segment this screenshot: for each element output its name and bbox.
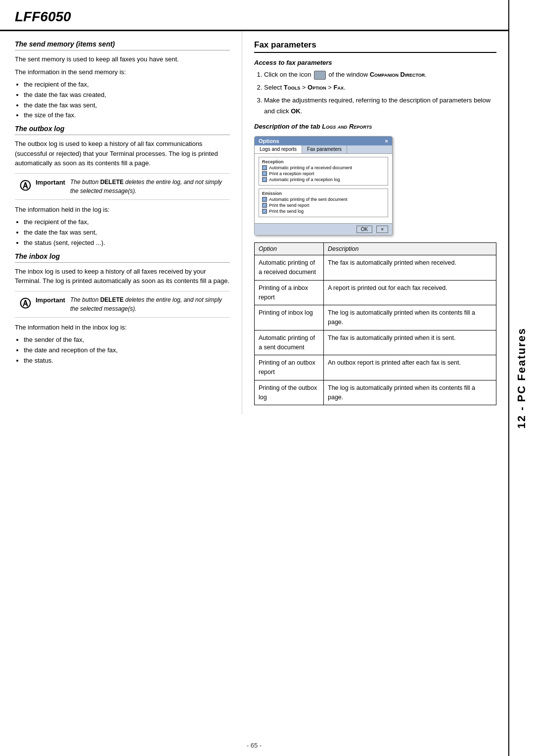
option-cell: Automatic printing of a sent document bbox=[255, 330, 324, 355]
right-column: Fax parameters Access to fax parameters … bbox=[242, 31, 508, 414]
steps-list: Click on the icon of the window Companio… bbox=[254, 69, 496, 117]
left-column: The send memory (items sent) The sent me… bbox=[0, 31, 242, 414]
col-option-header: Option bbox=[255, 243, 324, 255]
table-row: Printing of the outbox log The log is au… bbox=[255, 380, 496, 405]
description-cell: The log is automatically printed when it… bbox=[324, 305, 496, 331]
screenshot-tabs: Logs and reports Fax parameters bbox=[255, 145, 392, 154]
screenshot-close-btn[interactable]: × bbox=[385, 138, 388, 144]
list-item: the sender of the fax, bbox=[24, 335, 230, 345]
main-content: The send memory (items sent) The sent me… bbox=[0, 31, 508, 414]
option-cell: Printing of an outbox report bbox=[255, 355, 324, 380]
emission-item-2: Print the send report bbox=[269, 203, 310, 208]
reception-row-1: Automatic printing of a received documen… bbox=[262, 165, 385, 170]
important-icon: Ⓐ bbox=[20, 179, 31, 193]
emission-item-1: Automatic printing of the sent document bbox=[269, 197, 348, 202]
option-cell: Printing of a inbox report bbox=[255, 280, 324, 305]
inbox-important-box: Ⓐ Important The button DELETE deletes th… bbox=[15, 291, 230, 318]
reception-row-3: Automatic printing of a reception log bbox=[262, 177, 385, 182]
reception-label: Reception bbox=[262, 159, 385, 164]
description-heading: Description of the tab Logs and Reports bbox=[254, 123, 496, 130]
description-cell: A report is printed out for each fax rec… bbox=[324, 280, 496, 305]
list-item: the date and reception of the fax, bbox=[24, 345, 230, 356]
page-title: LFF6050 bbox=[15, 9, 71, 24]
screenshot-body: Reception Automatic printing of a receiv… bbox=[255, 154, 392, 223]
inbox-log-list: the sender of the fax, the date and rece… bbox=[24, 335, 230, 366]
inbox-log-subheading: The information held in the inbox log is… bbox=[15, 323, 230, 332]
col-description-header: Description bbox=[324, 243, 496, 255]
description-cell: The fax is automatically printed when it… bbox=[324, 330, 496, 355]
reception-row-2: Print a reception report bbox=[262, 171, 385, 176]
tab-fax-parameters[interactable]: Fax parameters bbox=[302, 145, 347, 153]
checkbox-3[interactable] bbox=[262, 177, 267, 182]
table-row: Automatic printing of a sent document Th… bbox=[255, 330, 496, 355]
emission-item-3: Print the send log bbox=[269, 209, 304, 214]
step-3: Make the adjustments required, referring… bbox=[264, 95, 496, 117]
page-footer: - 65 - bbox=[0, 742, 508, 749]
screenshot-titlebar: Options × bbox=[255, 137, 392, 145]
outbox-log-section: The outbox log The outbox log is used to… bbox=[15, 125, 230, 248]
outbox-important-box: Ⓐ Important The button DELETE deletes th… bbox=[15, 173, 230, 200]
sidebar-label: 12 - PC Features bbox=[515, 328, 528, 428]
list-item: the date the fax was sent, bbox=[24, 228, 230, 238]
ok-button[interactable]: OK bbox=[356, 226, 372, 233]
tab-logs-reports[interactable]: Logs and reports bbox=[255, 145, 302, 153]
checkbox-1[interactable] bbox=[262, 165, 267, 170]
step-2: Select Tools > Option > Fax. bbox=[264, 82, 496, 93]
outbox-log-list: the recipient of the fax, the date the f… bbox=[24, 217, 230, 248]
list-item: the status (sent, rejected ...). bbox=[24, 238, 230, 248]
important-icon-2: Ⓐ bbox=[20, 296, 31, 311]
screenshot-footer: OK × bbox=[255, 223, 392, 235]
table-row: Printing of an outbox report An outbox r… bbox=[255, 355, 496, 380]
option-cell: Automatic printing of a received documen… bbox=[255, 255, 324, 281]
sidebar: 12 - PC Features bbox=[508, 0, 534, 756]
reception-group: Reception Automatic printing of a receiv… bbox=[259, 157, 388, 186]
emission-group: Emission Automatic printing of the sent … bbox=[259, 189, 388, 217]
list-item: the recipient of the fax, bbox=[24, 217, 230, 228]
reception-item-3: Automatic printing of a reception log bbox=[269, 177, 340, 182]
companion-icon bbox=[314, 71, 326, 80]
list-item: the recipient of the fax, bbox=[24, 80, 230, 90]
cancel-button[interactable]: × bbox=[376, 226, 388, 233]
emission-row-3: Print the send log bbox=[262, 209, 385, 214]
description-cell: The log is automatically printed when it… bbox=[324, 380, 496, 405]
send-memory-list: the recipient of the fax, the date the f… bbox=[24, 80, 230, 121]
list-item: the date the fax was sent, bbox=[24, 100, 230, 111]
emission-row-2: Print the send report bbox=[262, 203, 385, 208]
important-text-2: The button DELETE deletes the entire log… bbox=[70, 295, 225, 313]
emission-row-1: Automatic printing of the sent document bbox=[262, 197, 385, 202]
description-cell: An outbox report is printed after each f… bbox=[324, 355, 496, 380]
screenshot-title: Options bbox=[259, 138, 279, 144]
table-body: Automatic printing of a received documen… bbox=[255, 255, 496, 405]
important-text: The button DELETE deletes the entire log… bbox=[70, 178, 225, 195]
reception-item-2: Print a reception report bbox=[269, 171, 314, 176]
send-memory-heading: The send memory (items sent) bbox=[15, 40, 230, 50]
send-memory-intro: The sent memory is used to keep all faxe… bbox=[15, 54, 230, 64]
inbox-log-heading: The inbox log bbox=[15, 252, 230, 263]
checkbox-2[interactable] bbox=[262, 171, 267, 176]
checkbox-6[interactable] bbox=[262, 209, 267, 214]
access-heading: Access to fax parameters bbox=[254, 59, 496, 66]
emission-label: Emission bbox=[262, 191, 385, 196]
table-row: Automatic printing of a received documen… bbox=[255, 255, 496, 281]
options-screenshot: Options × Logs and reports Fax parameter… bbox=[254, 136, 393, 236]
step-1: Click on the icon of the window Companio… bbox=[264, 69, 496, 80]
option-cell: Printing of inbox log bbox=[255, 305, 324, 331]
inbox-log-intro: The inbox log is used to keep a history … bbox=[15, 267, 230, 286]
page: 12 - PC Features LFF6050 The send memory… bbox=[0, 0, 534, 756]
fax-parameters-heading: Fax parameters bbox=[254, 40, 496, 53]
checkbox-4[interactable] bbox=[262, 197, 267, 202]
inbox-log-section: The inbox log The inbox log is used to k… bbox=[15, 252, 230, 366]
outbox-log-heading: The outbox log bbox=[15, 125, 230, 135]
send-memory-subheading: The information in the send memory is: bbox=[15, 67, 230, 77]
page-number: - 65 - bbox=[247, 742, 262, 749]
list-item: the date the fax was created, bbox=[24, 90, 230, 100]
option-cell: Printing of the outbox log bbox=[255, 380, 324, 405]
checkbox-5[interactable] bbox=[262, 203, 267, 208]
list-item: the status. bbox=[24, 356, 230, 366]
table-header-row: Option Description bbox=[255, 243, 496, 255]
reception-item-1: Automatic printing of a received documen… bbox=[269, 165, 352, 170]
outbox-log-intro: The outbox log is used to keep a history… bbox=[15, 139, 230, 168]
description-cell: The fax is automatically printed when re… bbox=[324, 255, 496, 281]
options-table: Option Description Automatic printing of… bbox=[254, 242, 496, 405]
list-item: the size of the fax. bbox=[24, 110, 230, 121]
